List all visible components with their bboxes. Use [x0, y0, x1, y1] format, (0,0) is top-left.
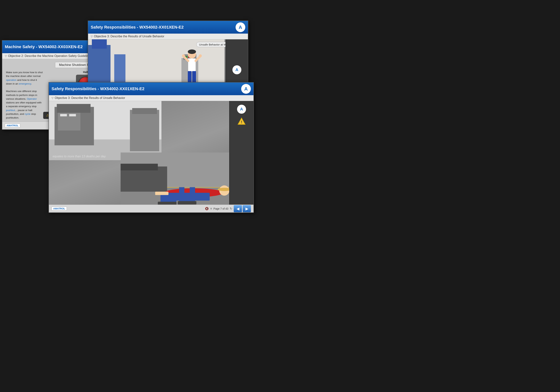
footer-left-bottom: AMATROL — [51, 207, 67, 211]
mute-icon-bottom[interactable]: 🔇 — [205, 207, 209, 210]
svg-rect-46 — [155, 192, 168, 195]
safety-resp-top-subtitle: Objective 3: Describe the Results of Uns… — [88, 34, 248, 39]
svg-point-20 — [182, 54, 185, 57]
warning-triangle-svg: ! — [238, 117, 246, 125]
refresh-icon-bottom[interactable]: ↻ — [230, 207, 232, 210]
text-block2: Machines use different stop methods to p… — [6, 90, 43, 120]
link-operator[interactable]: Operator — [27, 97, 37, 100]
thumb-amatrol-logo-top: A — [232, 65, 241, 74]
svg-point-14 — [188, 50, 196, 54]
svg-rect-4 — [114, 54, 125, 84]
warning-triangle-container: ! — [238, 117, 246, 125]
svg-rect-27 — [57, 104, 90, 113]
svg-point-21 — [199, 54, 202, 57]
footer-left: AMATROL — [5, 124, 20, 128]
link-pushbtn[interactable]: pushbut — [6, 109, 15, 112]
safety-resp-bottom-title: Safety Responsibilities - WX54002-XX01XE… — [51, 86, 144, 91]
svg-rect-30 — [69, 114, 76, 117]
link-emergency[interactable]: emergency — [19, 82, 31, 85]
thumb-amatrol-logo-bottom: A — [237, 105, 246, 114]
machine-scene-svg — [49, 101, 161, 160]
svg-rect-15 — [188, 59, 196, 71]
machine-text-col: Make sure you know how to shut the machi… — [6, 70, 43, 129]
footer-brand-machine: AMATROL — [5, 124, 20, 128]
link-operation[interactable]: operation — [6, 79, 16, 81]
footer-controls-bottom: 🔇 ≡ Page 7 of 43 ↻ ◀ ▶ — [205, 205, 251, 212]
nav-group-bottom: ◀ ▶ — [234, 205, 251, 212]
page-counter-bottom: Page 7 of 43 — [214, 207, 228, 210]
safety-resp-top-title: Safety Responsibilities - WX54002-XX01XE… — [91, 25, 184, 30]
safety-resp-bottom-footer: AMATROL 🔇 ≡ Page 7 of 43 ↻ ◀ ▶ — [49, 205, 253, 212]
text-block1: Make sure you know how to shut the machi… — [6, 70, 43, 86]
halt-label: Halt — [83, 70, 88, 74]
svg-rect-37 — [120, 164, 158, 171]
next-btn-bottom[interactable]: ▶ — [243, 205, 251, 212]
safety-bottom-right-panel: A ! — [229, 101, 253, 209]
svg-rect-32 — [132, 108, 157, 114]
safety-bottom-content: equates to more than 13 deaths per day. — [49, 101, 253, 209]
machine-image-area — [49, 101, 161, 160]
footer-brand-bottom: AMATROL — [51, 207, 67, 211]
safety-resp-bottom-titlebar: Safety Responsibilities - WX54002-XX01XE… — [49, 82, 253, 95]
svg-rect-31 — [130, 110, 159, 151]
machine-safety-title: Machine Safety - WX54002-XX03XEN-E2 — [5, 44, 83, 49]
svg-rect-48 — [178, 201, 196, 205]
safety-resp-bottom-window: Safety Responsibilities - WX54002-XX01XE… — [49, 82, 254, 213]
menu-icon-bottom[interactable]: ≡ — [210, 207, 212, 210]
safety-bottom-video: equates to more than 13 deaths per day. — [49, 101, 253, 209]
svg-text:!: ! — [241, 120, 242, 124]
prev-btn-bottom[interactable]: ◀ — [234, 205, 242, 212]
safety-resp-top-titlebar: Safety Responsibilities - WX54002-XX01XE… — [88, 21, 248, 34]
safety-resp-bottom-subtitle: Objective 3: Describe the Results of Uns… — [49, 95, 253, 101]
svg-rect-29 — [60, 114, 67, 117]
bottom-text: equates to more than 13 deaths per day. — [53, 155, 106, 158]
amatrol-logo-safety-top: A — [236, 22, 245, 32]
svg-point-40 — [218, 188, 231, 191]
svg-rect-3 — [92, 39, 107, 49]
svg-rect-44 — [179, 187, 184, 194]
link-cycle[interactable]: cycle — [25, 112, 31, 115]
amatrol-logo-safety-bottom: A — [241, 84, 251, 94]
svg-rect-45 — [190, 187, 195, 194]
